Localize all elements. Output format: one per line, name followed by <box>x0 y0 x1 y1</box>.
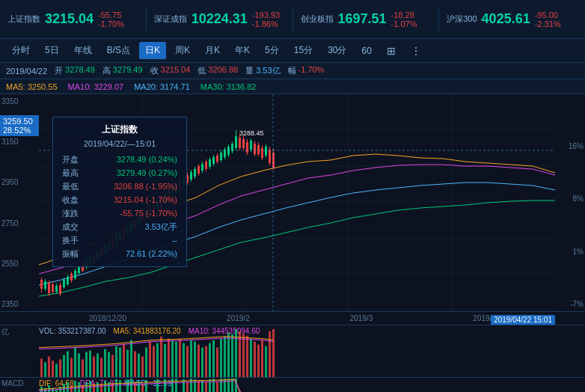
ticker-item-1[interactable]: 深证成指 10224.31 -193.93 -1.86% <box>147 7 293 31</box>
ticker-name-0: 上证指数 <box>7 13 40 25</box>
nav-btn-zhouk[interactable]: 周K <box>169 42 196 59</box>
ticker-item-0[interactable]: 上证指数 3215.04 -55.75 -1.70% <box>0 7 147 31</box>
svg-rect-176 <box>179 339 181 377</box>
info-high: 高 3279.49 <box>102 65 143 76</box>
pct-labels: 16% 8% 1% -7% <box>555 94 585 311</box>
nav-btn-5fen[interactable]: 5分 <box>259 42 285 59</box>
main-chart[interactable]: 3350 3150 2950 2750 2550 2350 3259.50 28… <box>0 94 585 311</box>
svg-rect-143 <box>55 364 58 377</box>
svg-rect-159 <box>115 346 117 377</box>
svg-rect-224 <box>119 380 121 392</box>
svg-rect-164 <box>134 352 136 378</box>
tooltip-row-7: 振幅 72.61 (2.22%) <box>62 247 177 260</box>
svg-rect-197 <box>257 345 260 377</box>
svg-rect-223 <box>115 379 117 392</box>
svg-rect-194 <box>246 336 248 377</box>
svg-rect-155 <box>100 358 102 377</box>
svg-rect-198 <box>261 340 263 377</box>
volume-area: 亿 VOL: 353217387.00 MA5: 341883176.20 MA… <box>0 325 585 377</box>
nav-btn-niank[interactable]: 年K <box>229 42 256 59</box>
tooltip-row-4: 涨跌 -55.75 (-1.70%) <box>62 206 177 220</box>
ma10: MA10: 3229.07 <box>68 82 124 91</box>
nav-btn-15fen[interactable]: 15分 <box>288 42 319 59</box>
ticker-change-2: -18.28 -1.07% <box>391 10 417 28</box>
svg-rect-181 <box>197 345 200 377</box>
ticker-bar: 上证指数 3215.04 -55.75 -1.70% 深证成指 10224.31… <box>0 0 585 39</box>
nav-btn-more[interactable]: ⋮ <box>405 43 427 59</box>
nav-btn-rik[interactable]: 日K <box>139 42 166 59</box>
svg-rect-228 <box>134 382 136 392</box>
svg-rect-192 <box>239 331 241 377</box>
nav-btn-fenshi[interactable]: 分时 <box>6 42 36 59</box>
nav-btn-yuek[interactable]: 月K <box>199 42 226 59</box>
tooltip: 上证指数 2019/04/22/—15:01 开盘 3278.49 (0.24%… <box>52 117 187 267</box>
tooltip-row-3: 收盘 3215.04 (-1.70%) <box>62 193 177 206</box>
svg-rect-163 <box>130 340 132 377</box>
svg-rect-139 <box>40 358 43 377</box>
ticker-item-2[interactable]: 创业板指 1697.51 -18.28 -1.07% <box>293 7 440 31</box>
svg-rect-153 <box>93 356 95 377</box>
ticker-price-1: 10224.31 <box>192 11 248 27</box>
info-vol: 量 3.53亿 <box>245 65 280 76</box>
nav-btn-30fen[interactable]: 30分 <box>322 42 352 59</box>
svg-rect-195 <box>250 339 252 377</box>
svg-rect-146 <box>67 352 69 378</box>
ticker-name-3: 沪深300 <box>447 13 477 25</box>
svg-rect-252 <box>224 379 226 392</box>
svg-rect-216 <box>89 381 91 392</box>
svg-rect-236 <box>164 379 166 392</box>
svg-rect-160 <box>119 348 121 377</box>
macd-svg <box>39 378 555 392</box>
svg-rect-140 <box>44 362 46 377</box>
svg-rect-162 <box>126 350 129 377</box>
ticker-change-0: -55.75 -1.70% <box>98 10 124 28</box>
info-bar: 2019/04/22 开 3278.49 高 3279.49 收 3215.04… <box>0 63 585 79</box>
svg-rect-148 <box>74 348 76 377</box>
nav-btn-60fen[interactable]: 60 <box>356 43 378 58</box>
ma5: MA5: 3250.55 <box>6 82 58 91</box>
date-highlight: 2019/04/22 15:01 <box>491 315 555 325</box>
svg-rect-185 <box>212 340 215 377</box>
svg-rect-157 <box>108 352 110 377</box>
macd-area: MACD DIF: 64.68 DEA: 71.97 MACD: -12.59 <box>0 377 585 392</box>
vol-labels: 亿 <box>0 327 10 337</box>
svg-rect-199 <box>265 346 267 377</box>
svg-rect-169 <box>153 346 155 377</box>
nav-btn-5ri[interactable]: 5日 <box>39 42 65 59</box>
svg-rect-238 <box>171 379 174 392</box>
ticker-item-3[interactable]: 沪深300 4025.61 -95.00 -2.31% <box>439 7 585 31</box>
svg-rect-231 <box>145 380 147 392</box>
svg-rect-242 <box>186 382 189 392</box>
ticker-price-3: 4025.61 <box>482 11 530 27</box>
ticker-price-2: 1697.51 <box>338 11 387 27</box>
svg-rect-190 <box>231 334 233 377</box>
svg-rect-220 <box>104 381 106 392</box>
svg-rect-171 <box>160 337 162 377</box>
svg-rect-147 <box>70 358 73 377</box>
svg-rect-187 <box>220 339 222 377</box>
svg-rect-247 <box>205 382 207 392</box>
svg-rect-245 <box>197 381 200 392</box>
svg-rect-156 <box>104 349 106 377</box>
tooltip-row-6: 换手 -- <box>62 233 177 247</box>
svg-rect-213 <box>78 382 80 392</box>
nav-btn-grid[interactable]: ⊞ <box>381 43 402 59</box>
tooltip-row-2: 最低 3206.88 (-1.95%) <box>62 180 177 193</box>
tooltip-row-1: 最高 3279.49 (0.27%) <box>62 166 177 180</box>
info-close: 收 3215.04 <box>150 65 191 76</box>
svg-rect-165 <box>138 353 140 377</box>
tooltip-row-0: 开盘 3278.49 (0.24%) <box>62 153 177 166</box>
svg-rect-201 <box>272 329 275 377</box>
svg-rect-168 <box>149 342 151 377</box>
nav-btn-bs[interactable]: B/S点 <box>101 42 136 59</box>
nav-toolbar: 分时 5日 年线 B/S点 日K 周K 月K 年K 5分 15分 30分 60 … <box>0 39 585 63</box>
svg-rect-178 <box>186 346 189 377</box>
nav-btn-nianxian[interactable]: 年线 <box>68 42 98 59</box>
svg-rect-154 <box>97 353 99 377</box>
volume-svg <box>39 325 555 377</box>
info-amp: 幅 -1.70% <box>288 65 325 76</box>
svg-rect-248 <box>209 379 211 392</box>
svg-rect-193 <box>242 334 245 377</box>
ma20: MA20: 3174.71 <box>134 82 190 91</box>
svg-rect-141 <box>48 356 50 377</box>
